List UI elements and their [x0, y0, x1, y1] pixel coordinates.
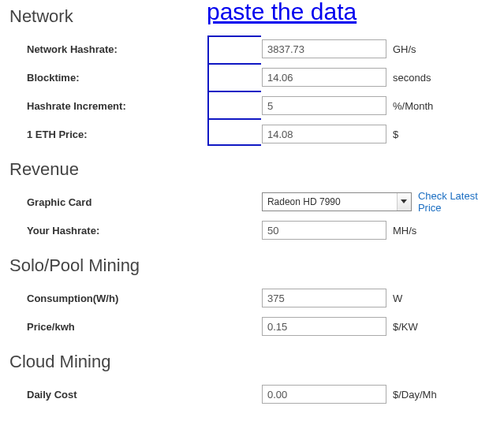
section-revenue-title: Revenue — [9, 159, 504, 180]
annotation-line — [207, 91, 261, 92]
section-mining-title: Solo/Pool Mining — [9, 255, 504, 276]
row-price-kwh: Price/kwh $/KW — [9, 312, 504, 341]
section-cloud-title: Cloud Mining — [9, 352, 504, 372]
network-hashrate-input[interactable] — [262, 39, 386, 58]
annotation-paste-data: paste the data — [207, 0, 357, 25]
your-hashrate-label: Your Hashrate: — [9, 225, 262, 237]
annotation-line — [207, 35, 261, 37]
annotation-line — [207, 63, 261, 65]
increment-unit: %/Month — [386, 100, 433, 112]
blocktime-input[interactable] — [262, 68, 386, 87]
check-latest-price-link[interactable]: Check Latest Price — [412, 190, 504, 214]
row-your-hashrate: Your Hashrate: MH/s — [9, 216, 504, 244]
eth-price-label: 1 ETH Price: — [9, 129, 262, 140]
graphic-card-label: Graphic Card — [9, 196, 262, 208]
your-hashrate-unit: MH/s — [386, 225, 416, 237]
consumption-label: Consumption(W/h) — [9, 293, 262, 304]
network-hashrate-label: Network Hashrate: — [9, 43, 262, 55]
price-kwh-unit: $/KW — [386, 321, 418, 333]
your-hashrate-input[interactable] — [262, 221, 386, 240]
row-consumption: Consumption(W/h) W — [9, 284, 504, 312]
daily-cost-unit: $/Day/Mh — [386, 389, 437, 401]
row-network-hashrate: Network Hashrate: GH/s — [9, 35, 504, 63]
row-blocktime: Blocktime: seconds — [9, 63, 504, 91]
price-kwh-label: Price/kwh — [9, 321, 262, 333]
row-hashrate-increment: Hashrate Increment: %/Month — [9, 91, 504, 120]
graphic-card-select[interactable]: Radeon HD 7990 — [262, 192, 412, 211]
annotation-line — [207, 144, 261, 146]
eth-price-unit: $ — [386, 129, 398, 140]
blocktime-unit: seconds — [386, 72, 431, 84]
consumption-unit: W — [386, 293, 402, 304]
daily-cost-label: Daily Cost — [9, 389, 262, 401]
blocktime-label: Blocktime: — [9, 72, 262, 84]
consumption-input[interactable] — [262, 289, 386, 307]
network-hashrate-unit: GH/s — [386, 43, 416, 55]
row-graphic-card: Graphic Card Radeon HD 7990 Check Latest… — [9, 188, 504, 216]
increment-input[interactable] — [262, 96, 386, 115]
daily-cost-input[interactable] — [262, 385, 386, 404]
price-kwh-input[interactable] — [262, 317, 386, 336]
row-daily-cost: Daily Cost $/Day/Mh — [9, 380, 504, 408]
annotation-line — [207, 118, 261, 120]
increment-label: Hashrate Increment: — [9, 100, 262, 112]
eth-price-input[interactable] — [262, 125, 386, 143]
